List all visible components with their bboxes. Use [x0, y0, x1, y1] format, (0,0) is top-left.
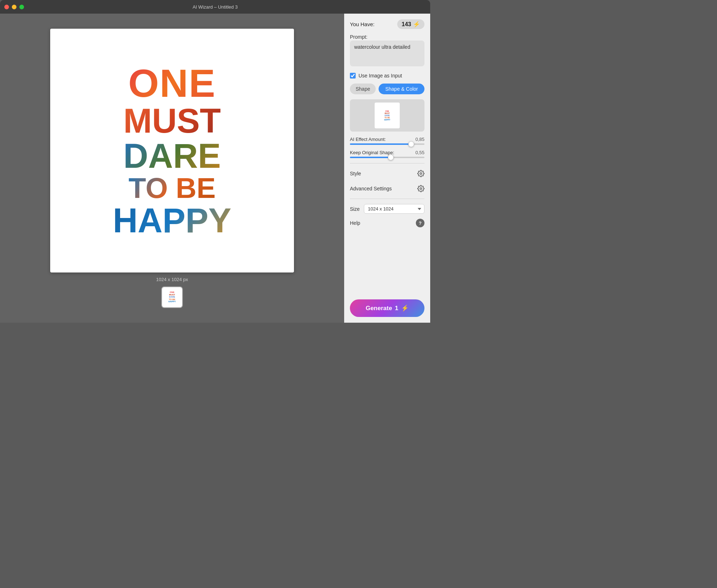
generate-button[interactable]: Generate 1 ⚡ [350, 299, 424, 317]
thumb-line1: ONE [170, 291, 174, 294]
thumb-line3: DARE [169, 296, 175, 298]
advanced-settings-row: Advanced Settings [350, 184, 424, 194]
prompt-section: Prompt: watercolour ultra detailed [350, 34, 424, 68]
divider-2 [350, 199, 424, 199]
thumb-text: ONE MUST DARE TO BE HAPPY [168, 291, 176, 303]
wt-line3: DARE [123, 139, 221, 173]
advanced-settings-label: Advanced Settings [350, 186, 392, 191]
wt-line1: ONE [128, 63, 216, 103]
credits-amount: 143 [402, 21, 411, 28]
canvas-image: ONE MUST DARE TO BE HAPPY [50, 29, 294, 272]
wt-line2: MUST [123, 104, 221, 138]
style-row: Style [350, 169, 424, 179]
help-label: Help [350, 220, 360, 226]
keep-shape-slider[interactable] [350, 157, 424, 158]
use-image-checkbox[interactable] [350, 73, 356, 79]
use-image-label: Use Image as Input [358, 73, 402, 79]
thumbnail-item[interactable]: ONE MUST DARE TO BE HAPPY [161, 286, 183, 308]
svg-point-0 [420, 173, 422, 175]
close-button[interactable] [4, 5, 9, 9]
use-image-row: Use Image as Input [350, 73, 424, 79]
shape-button[interactable]: Shape [350, 84, 376, 94]
bolt-icon: ⚡ [413, 21, 420, 28]
ai-effect-slider-row: AI Effect Amount: 0,85 [350, 137, 424, 145]
prompt-label: Prompt: [350, 34, 424, 40]
mode-buttons: Shape Shape & Color [350, 84, 424, 94]
main-content: ONE MUST DARE TO BE HAPPY 1024 x 1024 px… [0, 14, 430, 323]
spacer [350, 232, 424, 294]
divider-1 [350, 163, 424, 163]
generate-label: Generate [366, 305, 392, 312]
size-label: Size [350, 206, 360, 212]
generate-count: 1 [395, 305, 398, 312]
thumbnail-strip: ONE MUST DARE TO BE HAPPY [161, 286, 183, 308]
help-icon[interactable]: ? [416, 219, 424, 227]
watercolor-art: ONE MUST DARE TO BE HAPPY [106, 56, 239, 245]
prev-l5: HAPPY [384, 119, 390, 121]
style-gear-icon[interactable] [417, 170, 424, 177]
window-title: AI Wizard – Untitled 3 [193, 4, 238, 10]
svg-point-1 [420, 188, 422, 190]
credits-row: You Have: 143 ⚡ [350, 19, 424, 29]
size-row: Size 1024 x 1024 512 x 512 2048 x 2048 [350, 204, 424, 214]
size-select[interactable]: 1024 x 1024 512 x 512 2048 x 2048 [364, 204, 424, 214]
preview-thumb-inner: ONE MUST DARE TO BE HAPPY [384, 110, 390, 121]
thumb-line2: MUST [169, 294, 175, 296]
maximize-button[interactable] [19, 5, 24, 9]
help-question: ? [419, 220, 422, 226]
shape-color-button[interactable]: Shape & Color [379, 84, 424, 94]
advanced-gear-icon[interactable] [417, 185, 424, 192]
canvas-wrapper: ONE MUST DARE TO BE HAPPY [50, 29, 294, 272]
thumb-line5: HAPPY [168, 300, 176, 303]
prompt-textarea[interactable]: watercolour ultra detailed [350, 41, 424, 66]
help-row: Help ? [350, 219, 424, 227]
thumb-line4: TO BE [169, 298, 175, 301]
wt-line4: TO BE [128, 174, 215, 203]
titlebar: AI Wizard – Untitled 3 [0, 0, 430, 14]
style-label: Style [350, 171, 361, 176]
input-image-preview: ONE MUST DARE TO BE HAPPY [350, 99, 424, 132]
ai-effect-slider[interactable] [350, 143, 424, 145]
credits-label: You Have: [350, 21, 375, 27]
sidebar: You Have: 143 ⚡ Prompt: watercolour ultr… [344, 14, 430, 323]
wt-line5: HAPPY [113, 203, 232, 238]
minimize-button[interactable] [12, 5, 16, 9]
traffic-lights [4, 5, 24, 9]
generate-bolt: ⚡ [401, 304, 409, 312]
canvas-size-label: 1024 x 1024 px [156, 277, 188, 282]
keep-shape-slider-row: Keep Original Shape: 0,55 [350, 150, 424, 158]
canvas-area: ONE MUST DARE TO BE HAPPY 1024 x 1024 px… [0, 14, 344, 323]
credits-badge: 143 ⚡ [397, 19, 424, 29]
preview-thumb: ONE MUST DARE TO BE HAPPY [375, 103, 400, 128]
